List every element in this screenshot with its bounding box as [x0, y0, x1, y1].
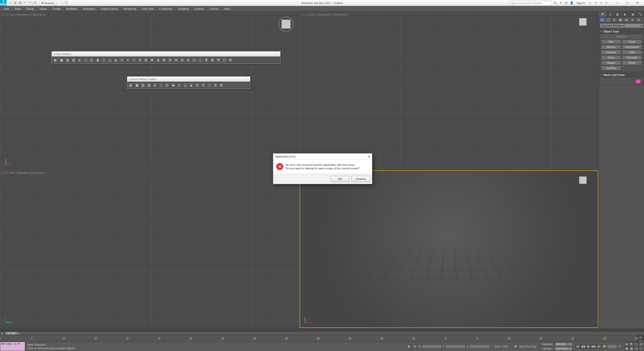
time-config-icon[interactable]: ⏲ — [617, 344, 622, 349]
dialog-titlebar[interactable]: Application Error ✕ — [273, 154, 372, 160]
vray-toolbar[interactable]: V-Ray Toolbar ▫ ◐▣▤▥●○◎◆◇△▲☀✦✧⚙✿❖◈✚✜⊕⊗⊘⊙… — [52, 51, 280, 64]
viewport-perspective[interactable] — [300, 170, 598, 328]
zoom-extents-icon[interactable]: ▣ — [624, 346, 629, 350]
toolbar-button-icon[interactable]: ⊕ — [173, 57, 179, 63]
user-icon[interactable]: 👤 — [570, 1, 574, 5]
viewport-front[interactable]: [ + ] [ Front ] [ Standard ] [ Wireframe… — [300, 12, 598, 170]
menu-group[interactable]: Group — [24, 7, 37, 11]
toolbar-button-icon[interactable]: ♜ — [204, 57, 209, 63]
toolbar-button-icon[interactable]: ✦ — [200, 82, 206, 88]
toolbar-button-icon[interactable]: ◆ — [95, 57, 100, 63]
menu-content[interactable]: Content — [192, 7, 207, 11]
search-go-icon[interactable]: 🔍 — [553, 1, 557, 5]
toolbar-button-icon[interactable]: ✿ — [219, 82, 224, 88]
viewport-left[interactable]: [ + ] [ Left ] [ Standard ] [ Wireframe … — [1, 170, 299, 328]
tab-utilities-icon[interactable]: 🔧 — [636, 12, 644, 17]
toolbar-button-icon[interactable]: ❖ — [149, 57, 155, 63]
toolbar-button-icon[interactable]: ▥ — [146, 82, 152, 88]
menu-views[interactable]: Views — [37, 7, 49, 11]
z-input[interactable] — [470, 344, 490, 348]
toolbar-button-icon[interactable]: ✿ — [143, 57, 149, 63]
toolbar-button-icon[interactable]: △ — [182, 82, 188, 88]
window-maximize-button[interactable]: ◻ — [622, 0, 632, 6]
key-mode-dropdown[interactable]: Selected — [555, 342, 572, 346]
signin-button[interactable]: Sign In — [575, 2, 587, 5]
primitive-sphere-button[interactable]: Sphere — [601, 45, 621, 49]
qat-link-icon[interactable]: ⇄ — [33, 1, 37, 5]
time-tag-icon[interactable]: ▤ — [513, 344, 518, 349]
help-search-input[interactable]: Type a keyword or phrase — [509, 1, 552, 5]
toolbar-button-icon[interactable]: ▲ — [188, 82, 194, 88]
menu-scripting[interactable]: Scripting — [175, 7, 191, 11]
menu-civil-view[interactable]: Civil View — [139, 7, 156, 11]
toolbar-button-icon[interactable]: ⊗ — [179, 57, 185, 63]
primitive-torus-button[interactable]: Torus — [601, 55, 621, 60]
time-slider-thumb[interactable]: 0 / 100 — [5, 332, 18, 335]
viewcube-icon[interactable] — [578, 175, 593, 190]
primitive-textplus-button[interactable]: TextPlus — [601, 66, 621, 70]
toolbar-button-icon[interactable]: ○ — [158, 82, 164, 88]
viewport-label[interactable]: [ + ] [ Front ] [ Standard ] [ Wireframe… — [301, 13, 348, 16]
maxscript-listener[interactable]: Welcome to M — [0, 342, 25, 351]
play-icon[interactable]: ▶ — [586, 344, 591, 349]
toolbar-button-icon[interactable]: ⊙ — [191, 57, 197, 63]
subtab-spacewarps-icon[interactable]: ≋ — [630, 18, 635, 22]
toolbar-button-icon[interactable]: ⊘ — [185, 57, 191, 63]
toolbar-button-icon[interactable]: △ — [107, 57, 112, 63]
primitive-teapot-button[interactable]: Teapot — [601, 61, 621, 65]
toolbar-button-icon[interactable]: ▤ — [140, 82, 146, 88]
toolbar-button-icon[interactable]: ◎ — [164, 82, 170, 88]
subtab-lights-icon[interactable]: ✦ — [612, 18, 617, 22]
qat-new-icon[interactable]: ◻ — [8, 1, 12, 5]
subtab-cameras-icon[interactable]: ▣ — [618, 18, 623, 22]
help-icon[interactable]: ? — [599, 1, 603, 5]
key-filters-button[interactable]: Key Filters... — [555, 347, 572, 351]
time-slider[interactable]: ◂ 0 / 100 ▸ — [0, 331, 644, 335]
tab-create-icon[interactable]: ✸ — [599, 12, 607, 17]
qat-redo-icon[interactable]: ↷ — [28, 1, 32, 5]
viewcube-icon[interactable] — [578, 17, 593, 32]
signin-dd-icon[interactable]: ▾ — [588, 1, 592, 5]
toolbar-button-icon[interactable]: ♞ — [210, 57, 215, 63]
next-frame-icon[interactable]: ▶▶ — [591, 344, 596, 349]
workspace-more-icon[interactable]: ▾ — [64, 1, 68, 5]
toolbar-button-icon[interactable]: ✉ — [228, 57, 233, 63]
dialog-close-icon[interactable]: ✕ — [367, 154, 371, 159]
zoom-all-icon[interactable]: ⛶ — [634, 342, 638, 346]
help-dd-icon[interactable]: ▾ — [604, 1, 609, 5]
app-logo[interactable]: 3MAX — [0, 0, 7, 6]
tab-motion-icon[interactable]: ◐ — [621, 12, 629, 17]
qat-open-icon[interactable]: ▥ — [13, 1, 17, 5]
toolbar-button-icon[interactable]: ☀ — [194, 82, 200, 88]
viewport-label[interactable]: [ + ] [ Top ] [ Standard ] [ Wireframe ] — [2, 13, 47, 16]
toolbar-button-icon[interactable]: ◆ — [170, 82, 176, 88]
toolbar-button-icon[interactable]: ▤ — [65, 57, 70, 63]
toolbar-button-icon[interactable]: ▣ — [59, 57, 64, 63]
corona-toolbar[interactable]: Corona Official Toolbar ▫ ◐▣▤▥●○◎◆◇△▲☀✦✧… — [127, 76, 250, 89]
toolbar-button-icon[interactable]: ✧ — [207, 82, 212, 88]
toolbar-button-icon[interactable]: ✜ — [167, 57, 173, 63]
lock-selection-icon[interactable]: 🔒 — [406, 344, 411, 349]
zoom-extents-all-icon[interactable]: ▦ — [629, 346, 634, 350]
toolbar-button-icon[interactable]: ⌂ — [197, 57, 203, 63]
toolbar-close-icon[interactable]: ▫ — [276, 52, 279, 56]
rollout-header[interactable]: Object Type — [600, 29, 643, 34]
toolbar-close-icon[interactable]: ▫ — [246, 77, 249, 81]
menu-animation[interactable]: Animation — [80, 7, 98, 11]
qat-save-icon[interactable]: ▤ — [18, 1, 22, 5]
primitive-tube-button[interactable]: Tube — [622, 50, 642, 55]
setkey-button[interactable]: Set Key — [540, 347, 554, 351]
max-toggle-icon[interactable]: ⛶ — [639, 346, 643, 350]
toolbar-button-icon[interactable]: ● — [152, 82, 158, 88]
toolbar-button-icon[interactable]: ⚙ — [213, 82, 218, 88]
primitive-cylinder-button[interactable]: Cylinder — [601, 50, 621, 55]
toolbar-titlebar[interactable]: Corona Official Toolbar ▫ — [127, 77, 250, 82]
toolbar-button-icon[interactable]: ◐ — [128, 82, 134, 88]
primitive-box-button[interactable]: Box — [601, 39, 621, 44]
toolbar-button-icon[interactable]: ◇ — [176, 82, 182, 88]
workspace-selector[interactable]: Workspace_1 — [39, 1, 62, 5]
autogrid-checkbox[interactable]: AutoGrid — [601, 35, 642, 38]
window-minimize-button[interactable]: ― — [612, 0, 622, 6]
menu-corona[interactable]: Corona — [207, 7, 221, 11]
menu-graph-editors[interactable]: Graph Editors — [98, 7, 120, 11]
